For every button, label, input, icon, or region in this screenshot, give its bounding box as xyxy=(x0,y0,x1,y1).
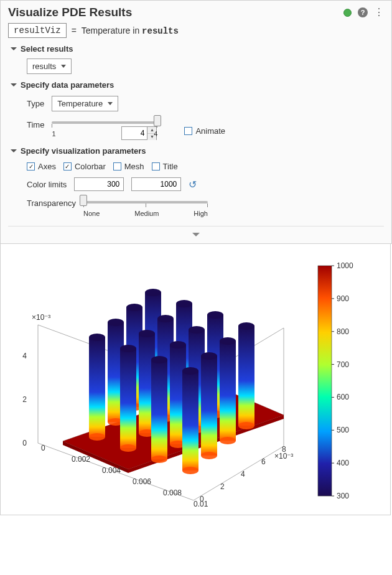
svg-text:4: 4 xyxy=(22,352,27,360)
svg-text:700: 700 xyxy=(337,360,349,369)
variable-name[interactable]: resultViz xyxy=(8,23,67,38)
svg-text:×10⁻³: ×10⁻³ xyxy=(274,452,293,460)
type-label: Type xyxy=(27,99,44,108)
svg-point-41 xyxy=(189,326,205,334)
chevron-down-icon xyxy=(11,83,17,86)
slider-tick xyxy=(146,203,146,207)
page-title: Visualize PDE Results xyxy=(8,6,132,19)
viz-params-header[interactable]: Specify visualization parameters xyxy=(11,146,381,156)
animate-checkbox[interactable] xyxy=(184,127,192,135)
svg-rect-64 xyxy=(151,360,167,459)
animate-label: Animate xyxy=(195,126,225,136)
svg-point-66 xyxy=(151,456,167,463)
colorbar xyxy=(318,266,332,496)
transparency-high: High xyxy=(194,210,208,217)
transparency-slider[interactable]: None Medium High xyxy=(83,197,208,220)
select-results-section: Select results results xyxy=(11,44,381,74)
svg-text:0.008: 0.008 xyxy=(163,489,182,497)
svg-rect-58 xyxy=(89,337,105,437)
desc-code: results xyxy=(142,26,179,36)
viz-params-label: Specify visualization parameters xyxy=(21,146,146,156)
color-limit-low-input[interactable] xyxy=(74,177,124,191)
mesh-label: Mesh xyxy=(124,162,144,171)
expand-toggle[interactable] xyxy=(8,226,384,241)
time-slider-max: 4 xyxy=(154,130,157,138)
transparency-none: None xyxy=(83,210,100,217)
svg-point-53 xyxy=(170,341,186,348)
title-cb-label: Title xyxy=(163,162,178,171)
axes-label: Axes xyxy=(38,162,56,171)
svg-text:6: 6 xyxy=(261,457,266,466)
svg-rect-43 xyxy=(220,341,236,441)
svg-point-63 xyxy=(120,444,136,452)
data-params-label: Specify data parameters xyxy=(21,80,114,90)
data-params-header[interactable]: Specify data parameters xyxy=(11,80,381,90)
svg-text:0.006: 0.006 xyxy=(133,477,151,486)
status-indicator xyxy=(343,9,352,17)
svg-rect-31 xyxy=(238,326,254,426)
config-panel: Visualize PDE Results ? ⋮ resultViz = Te… xyxy=(0,0,392,244)
transparency-label: Transparency xyxy=(27,199,76,208)
slider-handle[interactable] xyxy=(154,115,161,126)
slider-handle[interactable] xyxy=(80,195,87,206)
svg-text:300: 300 xyxy=(337,492,349,500)
svg-rect-67 xyxy=(182,371,198,470)
svg-point-62 xyxy=(120,345,136,352)
select-results-header[interactable]: Select results xyxy=(11,44,381,54)
mesh-checkbox[interactable] xyxy=(113,162,121,171)
svg-text:400: 400 xyxy=(337,459,349,467)
slider-tick xyxy=(52,124,52,128)
svg-text:800: 800 xyxy=(337,327,349,336)
svg-text:0.002: 0.002 xyxy=(72,455,90,464)
svg-point-23 xyxy=(145,289,161,296)
svg-text:0: 0 xyxy=(41,444,45,452)
viz-params-section: Specify visualization parameters ✓Axes ✓… xyxy=(11,146,381,220)
chevron-down-icon xyxy=(192,233,200,236)
svg-text:600: 600 xyxy=(337,393,349,401)
chevron-down-icon xyxy=(108,102,113,105)
svg-text:4: 4 xyxy=(241,470,245,479)
time-label: Time xyxy=(27,120,44,129)
svg-text:0: 0 xyxy=(200,495,204,503)
select-results-label: Select results xyxy=(21,44,73,54)
svg-point-69 xyxy=(182,467,198,474)
svg-rect-61 xyxy=(120,348,136,448)
svg-rect-55 xyxy=(201,356,217,456)
type-dropdown-value: Temperature xyxy=(57,99,103,108)
kebab-menu-icon[interactable]: ⋮ xyxy=(374,7,384,17)
transparency-medium: Medium xyxy=(134,210,159,217)
colorbar-label: Colorbar xyxy=(75,162,106,171)
color-limits-label: Color limits xyxy=(27,180,67,189)
plot-area[interactable]: 3004005006007008009001000 xyxy=(0,244,391,515)
svg-point-56 xyxy=(201,352,217,360)
svg-text:500: 500 xyxy=(337,426,349,434)
title-checkbox[interactable] xyxy=(152,162,160,171)
variable-row: resultViz = Temperature in results xyxy=(8,23,384,38)
equals-sign: = xyxy=(72,26,77,35)
svg-point-59 xyxy=(89,334,105,341)
time-slider-min: 1 xyxy=(52,130,55,138)
transparency-labels: None Medium High xyxy=(83,210,208,217)
svg-point-29 xyxy=(207,311,223,319)
type-dropdown[interactable]: Temperature xyxy=(52,96,118,111)
color-limit-high-input[interactable] xyxy=(131,177,181,191)
chevron-down-icon xyxy=(11,47,17,50)
slider-tick xyxy=(207,203,208,207)
svg-point-26 xyxy=(176,300,192,307)
svg-point-33 xyxy=(238,422,254,429)
results-dropdown[interactable]: results xyxy=(27,58,72,74)
results-dropdown-value: results xyxy=(32,62,56,71)
help-icon[interactable]: ? xyxy=(358,7,368,17)
colorbar-checkbox[interactable]: ✓ xyxy=(63,162,72,171)
svg-point-50 xyxy=(139,330,155,337)
time-slider[interactable]: 1 4 xyxy=(52,118,157,140)
svg-text:900: 900 xyxy=(337,294,349,303)
svg-point-35 xyxy=(126,304,142,311)
svg-text:×10⁻³: ×10⁻³ xyxy=(32,313,50,322)
header: Visualize PDE Results ? ⋮ xyxy=(8,6,384,19)
svg-text:2: 2 xyxy=(220,482,225,491)
axes-checkbox[interactable]: ✓ xyxy=(27,162,35,171)
plot-svg: 3004005006007008009001000 xyxy=(1,244,391,515)
svg-point-47 xyxy=(108,319,124,326)
reset-icon[interactable]: ↺ xyxy=(189,179,197,190)
